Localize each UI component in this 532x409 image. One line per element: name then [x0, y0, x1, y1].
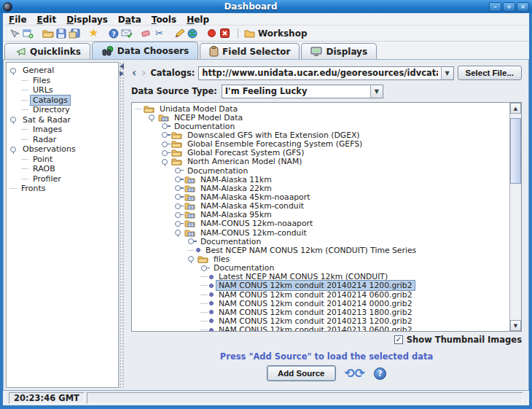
folder-icon: [171, 140, 182, 148]
cut-icon[interactable]: ✂: [153, 27, 165, 39]
data-item-icon: [209, 310, 214, 314]
scroll-up-icon[interactable]: ▲: [510, 103, 521, 114]
pointer-icon[interactable]: [9, 27, 21, 39]
tree-node-label[interactable]: Fronts: [18, 183, 49, 194]
tree-node: Directory: [9, 105, 118, 115]
help-icon[interactable]: ?: [107, 27, 120, 39]
menu-tools[interactable]: Tools: [152, 15, 176, 25]
add-source-button[interactable]: Add Source: [267, 365, 336, 381]
data-source-type-value[interactable]: [222, 85, 370, 98]
new-window-icon[interactable]: [22, 27, 34, 39]
collapsed-handle-icon[interactable]: [174, 211, 183, 219]
expanded-handle-icon[interactable]: [9, 146, 18, 153]
collapsed-handle-icon[interactable]: [174, 184, 183, 192]
select-file-button[interactable]: Select File...: [458, 66, 522, 80]
menu-file[interactable]: File: [9, 15, 27, 25]
folder-icon: [171, 157, 182, 165]
expanded-handle-icon[interactable]: [187, 255, 196, 262]
tab-displays[interactable]: Displays: [301, 43, 377, 59]
dataset-folder-icon: [184, 229, 195, 237]
collapsed-handle-icon[interactable]: [174, 193, 183, 200]
collapsed-handle-icon[interactable]: [161, 131, 170, 139]
splitter-divider[interactable]: [119, 62, 125, 388]
catalog-dropdown-arrow-icon[interactable]: ▼: [441, 67, 453, 79]
save-as-icon[interactable]: [68, 27, 80, 39]
refresh-icon[interactable]: ⟲⟳: [345, 367, 366, 379]
globe-icon[interactable]: [186, 27, 198, 39]
menu-help[interactable]: Help: [187, 15, 209, 25]
collapsed-handle-icon[interactable]: [161, 141, 170, 148]
star-icon[interactable]: ★: [87, 27, 100, 39]
tree-node: files: [135, 254, 509, 263]
tab-field-selector[interactable]: Field Selector: [200, 43, 300, 59]
expanded-handle-icon[interactable]: [9, 116, 18, 123]
tree-connector: [200, 303, 208, 304]
toolbar-separator: [238, 28, 238, 39]
history-back-button[interactable]: ‹: [131, 68, 137, 78]
workshop-item[interactable]: Workshop: [244, 28, 307, 39]
catalog-url-input[interactable]: [199, 67, 440, 79]
scroll-down-icon[interactable]: ▼: [510, 320, 521, 331]
mail-check-icon[interactable]: [120, 27, 133, 39]
tab-data-choosers[interactable]: Data Choosers: [92, 42, 198, 59]
tree-node: URLs: [9, 85, 118, 96]
collapsed-handle-icon[interactable]: [187, 238, 196, 245]
maximize-button[interactable]: +: [503, 2, 515, 12]
tree-connector: [187, 250, 195, 251]
field-selector-icon: [209, 46, 219, 57]
menu-data[interactable]: Data: [118, 15, 141, 25]
open-folder-icon[interactable]: [42, 27, 54, 39]
collapsed-handle-icon[interactable]: [161, 122, 170, 130]
tree-connector: [21, 168, 28, 169]
tree-node-label[interactable]: NAM CONUS 12km conduit 20140213 0600.gri…: [216, 324, 415, 331]
expanded-handle-icon[interactable]: [148, 114, 157, 121]
app-window-icon: [3, 2, 12, 12]
tree-node: NAM-CONUS 12km-conduit: [135, 228, 509, 237]
expanded-handle-icon[interactable]: [9, 67, 18, 74]
tab-quicklinks[interactable]: Quicklinks: [4, 43, 90, 59]
collapsed-handle-icon[interactable]: [174, 220, 183, 227]
close-button[interactable]: ×: [517, 2, 529, 12]
catalogs-label: Catalogs:: [150, 68, 195, 78]
tree-connector: [200, 285, 208, 286]
minimize-button[interactable]: –: [489, 2, 501, 12]
expanded-handle-icon[interactable]: [161, 158, 170, 165]
window-title: Dashboard: [12, 1, 489, 12]
menu-edit[interactable]: Edit: [37, 15, 57, 25]
scrollbar-track[interactable]: [510, 114, 521, 320]
data-item-icon: [209, 301, 214, 305]
collapse-left-icon[interactable]: [120, 63, 124, 69]
tree-connector: [21, 179, 28, 179]
workshop-folder-icon: [244, 29, 255, 38]
collapsed-handle-icon[interactable]: [174, 176, 183, 183]
tree-connector: [9, 188, 17, 189]
tree-node-label[interactable]: Best NCEP NAM CONUS 12km (CONDUIT) Time …: [203, 245, 419, 256]
help-icon[interactable]: ?: [374, 367, 386, 380]
tree-connector: [21, 159, 28, 160]
tree-node: Files: [9, 76, 118, 86]
pencil-icon[interactable]: [173, 27, 185, 39]
tree-connector: [21, 109, 28, 110]
expanded-handle-icon[interactable]: [174, 229, 183, 236]
record-icon[interactable]: [206, 27, 218, 39]
tree-node: NAM-Alaska 22km: [135, 184, 509, 192]
type-dropdown-arrow-icon[interactable]: ▼: [370, 85, 383, 98]
catalog-url-combobox: ▼: [198, 66, 453, 80]
vertical-scrollbar[interactable]: ▲ ▼: [509, 103, 521, 331]
tree-node: Fronts: [9, 184, 118, 194]
titlebar: Dashboard –+×: [0, 0, 532, 13]
menu-displays[interactable]: Displays: [66, 15, 108, 25]
scrollbar-thumb[interactable]: [510, 118, 521, 184]
show-thumbnails-checkbox[interactable]: ✓: [394, 335, 403, 344]
collapsed-handle-icon[interactable]: [161, 149, 170, 157]
tree-node: Observations: [9, 144, 118, 155]
save-icon[interactable]: [55, 27, 67, 39]
exit-icon[interactable]: [219, 27, 231, 39]
collapsed-handle-icon[interactable]: [174, 203, 183, 210]
expand-right-icon[interactable]: [120, 71, 124, 77]
collapsed-handle-icon[interactable]: [200, 265, 209, 272]
tree-connector: [135, 109, 142, 109]
collapsed-handle-icon[interactable]: [174, 167, 183, 174]
tree-node: NAM CONUS 12km conduit 20140213 0600.gri…: [135, 326, 509, 331]
eraser-icon[interactable]: [140, 27, 152, 39]
